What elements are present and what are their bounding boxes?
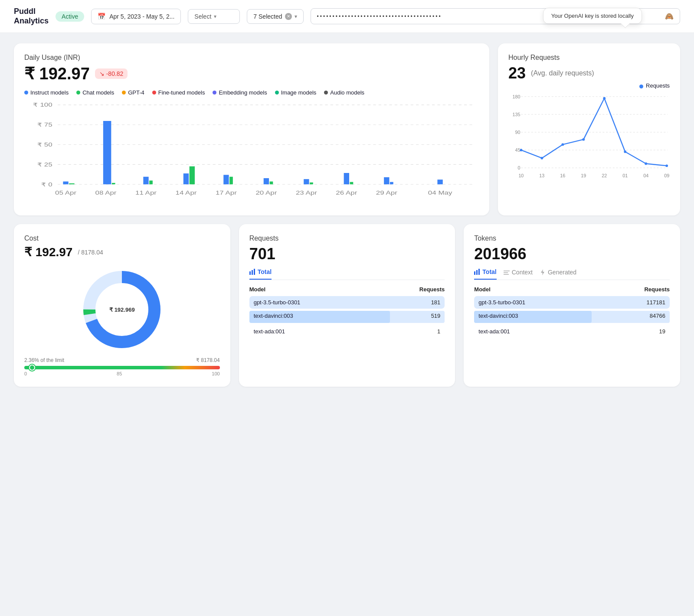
svg-rect-10 [63,182,68,185]
legend-gpt4: GPT-4 [122,89,144,96]
requests-tab-total[interactable]: Total [249,268,272,280]
tokens-tab-total[interactable]: Total [474,268,496,280]
svg-point-52 [582,138,585,141]
svg-text:10: 10 [518,173,524,178]
requests-col-model: Model [249,286,266,293]
svg-rect-21 [270,182,273,185]
svg-text:20 Apr: 20 Apr [255,190,277,196]
calendar-icon: 📅 [98,13,106,20]
svg-rect-23 [310,183,313,184]
svg-text:26 Apr: 26 Apr [336,190,357,196]
requests-legend-label: Requests [646,82,670,89]
svg-text:16: 16 [560,173,565,178]
svg-rect-12 [103,121,111,184]
svg-text:08 Apr: 08 Apr [95,190,117,196]
context-icon [504,269,510,275]
svg-point-54 [624,150,626,153]
svg-rect-68 [249,271,251,275]
tokens-model-1: gpt-3.5-turbo-0301 [478,299,525,306]
requests-model-3: text-ada:001 [254,328,285,335]
avg-daily-label: (Avg. daily requests) [531,69,594,77]
requests-value: 701 [249,245,445,263]
select-label: Select [194,13,211,20]
api-key-value: •••••••••••••••••••••••••••••••••••••••• [317,13,442,20]
svg-text:180: 180 [512,94,520,99]
cost-percent-text: 2.36% of the limit [24,357,64,363]
svg-text:29 Apr: 29 Apr [376,190,397,196]
chart-legend: Instruct models Chat models GPT-4 Fine-t… [24,89,479,96]
selected-count-label: 7 Selected [253,13,282,20]
tokens-value-2: 84766 [650,313,665,319]
tokens-row-1: gpt-3.5-turbo-0301 117181 [474,296,670,309]
svg-text:₹ 50: ₹ 50 [37,142,52,147]
legend-embedding: Embedding models [213,89,267,96]
daily-usage-chart: ₹ 100 ₹ 75 ₹ 50 ₹ 25 ₹ 0 [24,100,479,204]
svg-point-56 [665,165,668,167]
tokens-tab-context[interactable]: Context [504,268,533,280]
svg-text:09: 09 [664,173,669,178]
hourly-requests-card: Hourly Requests 23 (Avg. daily requests)… [498,43,680,215]
svg-rect-15 [149,181,153,185]
tokens-tabs: Total Context Generated [474,268,670,280]
requests-model-2: text-davinci:003 [254,313,293,319]
requests-table-header: Model Requests [249,286,445,293]
tokens-row-2-container: text-davinci:003 84766 [474,311,670,323]
cost-label: Cost [24,235,220,242]
svg-text:₹ 25: ₹ 25 [37,162,52,167]
tooltip-text: Your OpenAI key is stored locally [551,13,634,19]
cost-donut: ₹ 192.969 [24,266,220,353]
progress-ticks: 0 85 100 [24,371,220,376]
svg-marker-77 [541,269,544,275]
svg-rect-19 [229,177,233,184]
legend-image: Image models [275,89,317,96]
selected-count-button[interactable]: 7 Selected ✕ ▾ [247,9,303,24]
model-select-dropdown[interactable]: Select ▾ [188,9,240,24]
tokens-tab-generated[interactable]: Generated [540,268,576,280]
svg-rect-27 [390,182,393,184]
svg-rect-70 [254,269,255,275]
svg-text:₹ 0: ₹ 0 [41,182,52,187]
tokens-model-3: text-ada:001 [478,328,510,335]
tokens-value-1: 117181 [647,299,665,306]
svg-rect-20 [264,178,269,184]
svg-text:0: 0 [517,165,520,170]
donut-center-label: ₹ 192.969 [109,306,135,313]
legend-dot-instruct [24,91,28,95]
legend-dot-gpt4 [122,91,126,95]
cost-card: Cost ₹ 192.97 / 8178.04 ₹ 192.969 2.36% … [14,224,230,387]
requests-model-1: gpt-3.5-turbo-0301 [254,299,301,306]
svg-rect-18 [223,175,229,185]
svg-rect-71 [474,271,475,275]
tokens-table-header: Model Requests [474,286,670,293]
tokens-col-count: Requests [644,286,670,293]
svg-rect-14 [143,177,148,184]
svg-text:135: 135 [512,112,520,117]
bar-chart-icon [249,269,255,275]
requests-row-3: text-ada:001 1 [249,325,445,338]
openai-tooltip: Your OpenAI key is stored locally [543,8,642,24]
legend-dot-audio [324,91,328,95]
svg-text:₹ 75: ₹ 75 [37,122,52,128]
progress-marker [29,365,35,371]
svg-rect-24 [344,173,349,184]
requests-col-count: Requests [419,286,445,293]
svg-rect-25 [350,182,354,184]
requests-row-1: gpt-3.5-turbo-0301 181 [249,296,445,309]
svg-text:17 Apr: 17 Apr [216,190,237,196]
svg-text:14 Apr: 14 Apr [175,190,196,196]
svg-text:19: 19 [581,173,586,178]
tokens-label: Tokens [474,235,670,242]
daily-usage-label: Daily Usage (INR) [24,54,479,62]
svg-rect-26 [384,177,389,184]
requests-bar-2: text-davinci:003 519 [249,311,445,323]
date-range-button[interactable]: 📅 Apr 5, 2023 - May 5, 2... [91,9,181,24]
chevron-down-icon: ▾ [214,13,216,20]
top-row: Daily Usage (INR) ₹ 192.97 ↘ -80.82 Inst… [14,43,680,215]
cost-value: ₹ 192.97 / 8178.04 [24,245,220,259]
eye-slash-icon[interactable]: 🙈 [665,12,674,20]
clear-selection-icon[interactable]: ✕ [285,13,292,20]
cost-limit-label: ₹ 8178.04 [196,357,220,363]
requests-label: Requests [249,235,445,242]
daily-usage-value: ₹ 192.97 ↘ -80.82 [24,64,479,83]
app-logo: Puddl Analytics [14,7,49,26]
